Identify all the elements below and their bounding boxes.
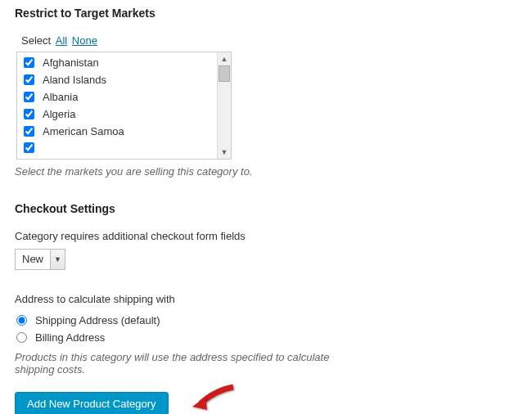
restrict-markets-heading: Restrict to Target Markets (15, 7, 517, 20)
market-item[interactable] (17, 140, 217, 155)
scroll-down-icon[interactable]: ▼ (218, 146, 231, 159)
address-radio-row[interactable]: Shipping Address (default) (15, 312, 517, 329)
scrollbar[interactable]: ▲ ▼ (217, 52, 231, 159)
address-radio-label: Billing Address (35, 331, 105, 344)
scroll-up-icon[interactable]: ▲ (218, 52, 231, 65)
address-label: Address to calculate shipping with (15, 293, 517, 305)
market-item[interactable]: Aland Islands (17, 71, 217, 88)
markets-listbox[interactable]: AfghanistanAland IslandsAlbaniaAlgeriaAm… (16, 52, 232, 160)
address-radio[interactable] (16, 332, 27, 343)
market-checkbox[interactable] (24, 74, 34, 85)
market-checkbox[interactable] (24, 92, 34, 102)
market-item[interactable]: Algeria (17, 106, 217, 123)
address-radio-label: Shipping Address (default) (35, 314, 160, 326)
form-fields-label: Category requires additional checkout fo… (15, 230, 517, 242)
form-fields-value: New (16, 250, 50, 269)
market-item[interactable]: Albania (17, 88, 217, 106)
checkout-settings-heading: Checkout Settings (15, 202, 517, 215)
market-label: Aland Islands (43, 74, 106, 86)
market-label: American Samoa (43, 125, 124, 137)
market-checkbox[interactable] (24, 109, 34, 119)
market-item[interactable]: Afghanistan (17, 54, 217, 71)
add-new-product-category-button[interactable]: Add New Product Category (15, 392, 169, 414)
svg-marker-0 (192, 397, 207, 410)
scroll-thumb[interactable] (219, 65, 230, 82)
chevron-down-icon: ▼ (50, 250, 65, 269)
market-item[interactable]: American Samoa (17, 123, 217, 140)
markets-help-text: Select the markets you are selling this … (15, 165, 517, 178)
market-checkbox[interactable] (24, 57, 34, 68)
market-label: Albania (43, 91, 78, 103)
market-checkbox[interactable] (24, 126, 34, 137)
market-label: Afghanistan (43, 56, 99, 69)
select-label: Select (21, 34, 51, 47)
form-fields-select[interactable]: New ▼ (15, 249, 65, 270)
address-radio-row[interactable]: Billing Address (15, 329, 517, 346)
annotation-arrow-icon (191, 382, 240, 414)
address-help-text: Products in this category will use the a… (15, 351, 358, 376)
select-all-link[interactable]: All (56, 34, 67, 47)
market-checkbox[interactable] (24, 142, 34, 153)
select-none-link[interactable]: None (72, 34, 97, 47)
address-radio[interactable] (16, 315, 27, 326)
market-label: Algeria (43, 108, 75, 120)
